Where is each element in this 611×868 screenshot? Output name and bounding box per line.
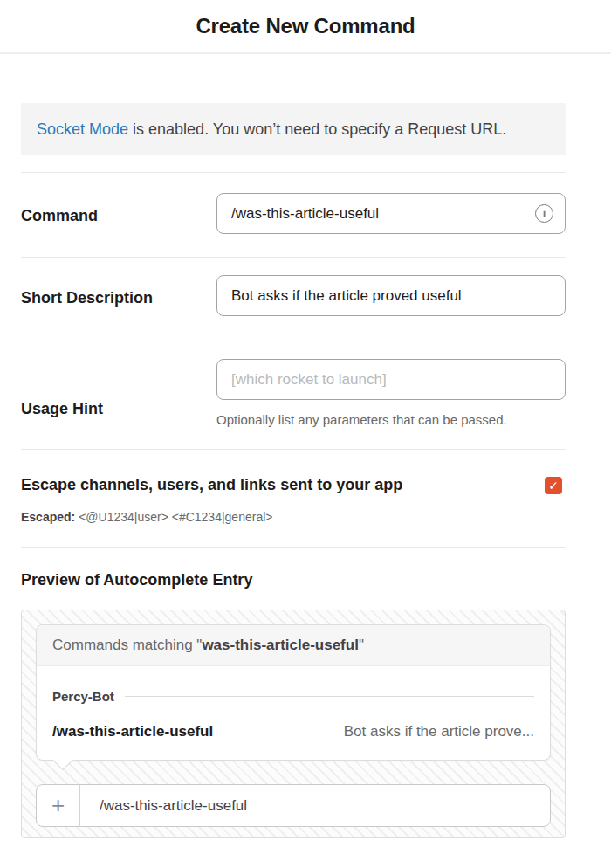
plus-icon[interactable]: + <box>37 785 80 826</box>
page-title: Create New Command <box>196 14 415 38</box>
bot-name-rule <box>125 696 534 697</box>
short-description-input[interactable] <box>216 275 566 316</box>
autocomplete-card-header: Commands matching "was-this-article-usef… <box>37 625 550 666</box>
socket-mode-link[interactable]: Socket Mode <box>37 121 128 138</box>
message-input-text[interactable]: /was-this-article-useful <box>80 785 550 826</box>
command-input[interactable] <box>216 193 566 234</box>
matching-command: was-this-article-useful <box>202 637 359 653</box>
usage-hint-helper: Optionally list any parameters that can … <box>216 412 566 427</box>
preview-heading: Preview of Autocomplete Entry <box>21 571 566 589</box>
usage-hint-label: Usage Hint <box>21 400 216 427</box>
usage-hint-input[interactable] <box>216 359 566 400</box>
escaped-example-label: Escaped: <box>21 510 75 524</box>
autocomplete-command: /was-this-article-useful <box>52 723 213 741</box>
divider <box>21 547 566 548</box>
matching-prefix: Commands matching " <box>52 637 202 653</box>
notice-text: Socket Mode is enabled. You won’t need t… <box>37 116 508 142</box>
form-container: Socket Mode is enabled. You won’t need t… <box>21 103 566 838</box>
escaped-example: Escaped: <@U1234|user> <#C1234|general> <box>21 510 566 524</box>
autocomplete-card: Commands matching "was-this-article-usef… <box>36 624 551 761</box>
checkmark-icon: ✓ <box>548 479 559 492</box>
escape-checkbox[interactable]: ✓ <box>545 477 562 494</box>
short-description-row: Short Description <box>21 258 566 341</box>
escaped-example-value: <@U1234|user> <#C1234|general> <box>75 510 272 524</box>
usage-hint-row: Usage Hint Optionally list any parameter… <box>21 341 566 449</box>
info-icon[interactable]: i <box>535 204 553 223</box>
matching-suffix: " <box>359 637 364 653</box>
message-input-preview: + /was-this-article-useful <box>36 784 551 827</box>
escape-section: Escape channels, users, and links sent t… <box>21 450 566 547</box>
page-header: Create New Command <box>0 0 611 54</box>
command-label: Command <box>21 207 216 234</box>
bot-name: Percy-Bot <box>52 689 114 704</box>
command-row: Command i <box>21 173 566 257</box>
autocomplete-description: Bot asks if the article prove... <box>344 723 534 741</box>
socket-mode-notice: Socket Mode is enabled. You won’t need t… <box>21 103 566 155</box>
escape-label: Escape channels, users, and links sent t… <box>21 476 402 494</box>
short-description-label: Short Description <box>21 289 216 316</box>
autocomplete-preview: Commands matching "was-this-article-usef… <box>21 610 566 838</box>
notice-text-rest: is enabled. You won’t need to specify a … <box>128 121 506 138</box>
autocomplete-entry[interactable]: /was-this-article-useful Bot asks if the… <box>52 723 534 741</box>
